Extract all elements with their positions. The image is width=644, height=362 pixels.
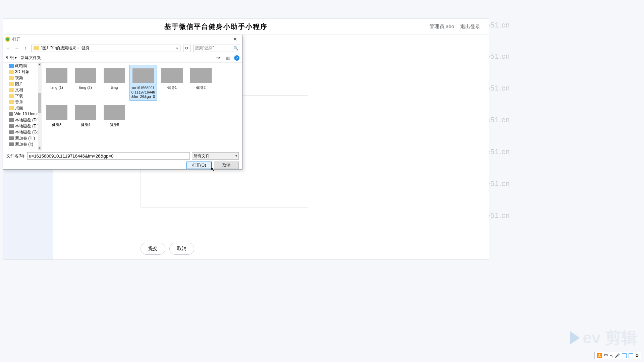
chrome-icon (5, 37, 10, 42)
tree-node[interactable]: Win 10 Home › (3, 111, 41, 117)
path-segment[interactable]: 健身 (82, 45, 90, 51)
help-icon[interactable]: ? (234, 55, 239, 61)
tree-label: 图片 (15, 81, 23, 87)
organize-menu[interactable]: 组织 ▾ (6, 55, 17, 61)
thumbnail (75, 68, 96, 83)
file-label: 健身5 (110, 123, 119, 127)
tree-label: 本地磁盘 (G:) (15, 129, 39, 135)
tree-node[interactable]: 音乐 (3, 99, 41, 105)
file-item[interactable]: u=1615680910,1119716446&fm=26&gp=0 (129, 65, 157, 101)
folder-icon (9, 100, 14, 104)
nav-forward-icon[interactable]: → (14, 46, 20, 51)
search-placeholder: 搜索"健身" (195, 45, 214, 51)
file-label: timg (2) (79, 85, 92, 90)
file-item[interactable]: 健身1 (158, 65, 186, 101)
tree-node[interactable]: 新加卷 (H:) (3, 135, 41, 141)
scroll-up-icon[interactable]: ▴ (38, 63, 41, 66)
dialog-title: 打开 (12, 37, 20, 42)
ev-logo: ev 剪辑 (570, 327, 637, 349)
tree-label: 3D 对象 (15, 69, 30, 75)
thumbnail (132, 68, 154, 83)
view-mode-icon[interactable]: ▭ ▾ (214, 55, 221, 61)
page-title: 基于微信平台健身小助手小程序 (3, 22, 429, 31)
folder-icon (9, 76, 14, 80)
tree-node[interactable]: 本地磁盘 (E:) (3, 123, 41, 129)
ime-punct[interactable]: •, (610, 353, 613, 358)
file-item[interactable]: timg (2) (72, 65, 99, 101)
sogou-icon[interactable]: S (597, 353, 602, 358)
tree-node[interactable]: 视频 (3, 75, 41, 81)
tree-label: 此电脑 (15, 63, 27, 69)
file-item[interactable]: 健身5 (101, 102, 128, 128)
file-label: 健身1 (167, 85, 177, 90)
refresh-icon[interactable]: ⟳ (183, 45, 191, 52)
file-label: u=1615680910,1119716446&fm=26&gp=0 (130, 86, 156, 99)
file-item[interactable]: 健身2 (187, 65, 215, 101)
chevron-down-icon[interactable]: ▾ (176, 46, 178, 51)
tree-node[interactable]: 新加卷 (I:) (3, 141, 41, 147)
close-icon[interactable]: ✕ (230, 37, 240, 42)
tree-label: 文档 (15, 87, 23, 93)
submit-button[interactable]: 提交 (141, 243, 165, 255)
path-segment[interactable]: "图片"中的搜索结果 (41, 45, 76, 51)
dialog-search[interactable]: 搜索"健身" 🔍 (193, 45, 240, 52)
file-open-dialog: 打开 ✕ ← → ↑ "图片"中的搜索结果 › 健身 ▾ ⟳ 搜索"健身" 🔍 … (3, 35, 243, 170)
folder-icon (9, 82, 14, 86)
tree-node[interactable]: 文档 (3, 87, 41, 93)
thumbnail (46, 105, 67, 120)
admin-label[interactable]: 管理员 abo (429, 23, 454, 30)
tree-label: 桌面 (15, 105, 23, 111)
open-button[interactable]: 打开(O) (186, 162, 212, 169)
nav-up-icon[interactable]: ↑ (22, 46, 29, 51)
file-label: timg (111, 85, 118, 90)
filename-input[interactable] (27, 152, 190, 160)
tree-node[interactable]: 本地磁盘 (G:) (3, 129, 41, 135)
filetype-select[interactable]: 所有文件▾ (192, 152, 239, 160)
path-sep: › (78, 46, 79, 51)
tree-node[interactable]: 3D 对象 (3, 69, 41, 75)
ime-lang[interactable]: 中 (604, 353, 608, 359)
search-icon: 🔍 (233, 46, 238, 51)
dialog-cancel-button[interactable]: 取消 (214, 162, 239, 169)
keyboard-icon[interactable] (622, 353, 627, 358)
tree-node[interactable]: 下载 (3, 93, 41, 99)
thumbnail (75, 105, 96, 120)
file-grid[interactable]: timg (1)timg (2)timgu=1615680910,1119716… (42, 63, 242, 150)
ime-panel-icon[interactable] (629, 353, 633, 358)
scroll-thumb[interactable] (38, 93, 41, 113)
path-bar[interactable]: "图片"中的搜索结果 › 健身 ▾ (31, 45, 180, 52)
file-item[interactable]: 健身4 (72, 102, 99, 128)
chevron-down-icon: ▾ (15, 55, 17, 60)
file-item[interactable]: timg (101, 65, 128, 101)
dialog-titlebar: 打开 ✕ (3, 35, 242, 43)
nav-back-icon[interactable]: ← (5, 46, 11, 51)
logout-link[interactable]: 退出登录 (460, 23, 480, 30)
folder-tree[interactable]: 此电脑3D 对象视频图片文档下载音乐桌面Win 10 Home ›本地磁盘 (D… (3, 63, 42, 150)
scroll-down-icon[interactable]: ▾ (38, 146, 41, 150)
thumbnail (161, 68, 183, 83)
file-item[interactable]: timg (1) (43, 65, 70, 101)
ime-tray[interactable]: S 中 •, 🎤 ⚙ (594, 352, 641, 359)
app-topbar: 基于微信平台健身小助手小程序 管理员 abo 退出登录 (3, 19, 489, 35)
mic-icon[interactable]: 🎤 (615, 353, 620, 358)
tree-node[interactable]: 桌面 (3, 105, 41, 111)
tree-node[interactable]: 此电脑 (3, 63, 41, 69)
preview-pane-icon[interactable]: ▥ (224, 55, 231, 61)
new-folder-button[interactable]: 新建文件夹 (21, 55, 41, 61)
folder-icon (9, 136, 14, 140)
folder-icon (9, 88, 14, 92)
folder-icon (9, 94, 14, 98)
tree-label: Win 10 Home › (14, 112, 41, 116)
tree-scrollbar[interactable]: ▴ ▾ (38, 63, 41, 150)
ime-settings-icon[interactable]: ⚙ (635, 353, 639, 358)
folder-icon (9, 70, 14, 74)
thumbnail (104, 105, 125, 120)
file-label: 健身3 (52, 123, 61, 127)
file-item[interactable]: 健身3 (43, 102, 70, 128)
folder-icon (9, 112, 13, 116)
tree-node[interactable]: 本地磁盘 (D:) (3, 117, 41, 123)
folder-icon (9, 130, 14, 134)
tree-node[interactable]: 图片 (3, 81, 41, 87)
cancel-button[interactable]: 取消 (169, 243, 194, 255)
folder-icon (9, 64, 14, 68)
